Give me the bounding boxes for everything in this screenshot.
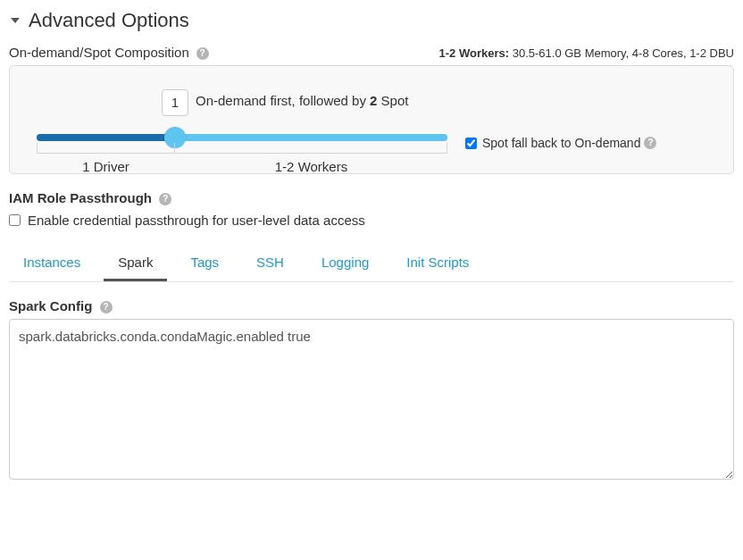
iam-passthrough-label[interactable]: Enable credential passthrough for user-l… xyxy=(28,213,365,228)
iam-section: IAM Role Passthrough ? xyxy=(9,190,734,205)
spot-fallback-label[interactable]: Spot fall back to On-demand xyxy=(482,136,640,150)
slider-row: 1 On-demand first, followed by 2 Spot 1 … xyxy=(37,89,706,161)
iam-title-row: IAM Role Passthrough ? xyxy=(9,190,734,205)
spot-fallback-checkbox[interactable] xyxy=(465,138,477,149)
tab-ssh[interactable]: SSH xyxy=(242,246,298,281)
caret-down-icon xyxy=(11,18,20,23)
advanced-options-header[interactable]: Advanced Options xyxy=(9,9,734,32)
spark-config-textarea[interactable] xyxy=(9,319,734,480)
spark-config-label: Spark Config xyxy=(9,298,92,313)
help-icon[interactable]: ? xyxy=(100,301,113,313)
tab-tags[interactable]: Tags xyxy=(176,246,233,281)
workers-summary-rest: 30.5-61.0 GB Memory, 4-8 Cores, 1-2 DBU xyxy=(509,46,734,60)
range-labels: 1 Driver 1-2 Workers xyxy=(37,159,447,174)
help-icon[interactable]: ? xyxy=(159,193,171,205)
spot-fallback-row: Spot fall back to On-demand ? xyxy=(465,136,656,150)
tab-instances[interactable]: Instances xyxy=(9,246,95,281)
workers-summary: 1-2 Workers: 30.5-61.0 GB Memory, 4-8 Co… xyxy=(439,46,734,60)
slider-fill-spot xyxy=(175,134,447,141)
range-marks xyxy=(37,143,447,154)
iam-checkbox-row: Enable credential passthrough for user-l… xyxy=(9,213,734,228)
iam-title: IAM Role Passthrough xyxy=(9,190,152,205)
driver-range-label: 1 Driver xyxy=(37,159,175,174)
tabs: InstancesSparkTagsSSHLoggingInit Scripts xyxy=(9,246,734,282)
composition-label-wrap: On-demand/Spot Composition ? xyxy=(9,45,209,60)
composition-label: On-demand/Spot Composition xyxy=(9,45,189,60)
tab-spark[interactable]: Spark xyxy=(104,246,167,281)
slider-fill-ondemand xyxy=(37,134,175,141)
composition-panel: 1 On-demand first, followed by 2 Spot 1 … xyxy=(9,65,734,174)
slider-caption: On-demand first, followed by 2 Spot xyxy=(196,93,408,108)
tab-logging[interactable]: Logging xyxy=(307,246,383,281)
workers-range-label: 1-2 Workers xyxy=(175,159,447,174)
help-icon[interactable]: ? xyxy=(196,47,209,60)
workers-summary-prefix: 1-2 Workers: xyxy=(439,46,510,60)
spark-config-label-row: Spark Config ? xyxy=(9,298,734,313)
section-title: Advanced Options xyxy=(29,9,189,32)
help-icon[interactable]: ? xyxy=(644,137,656,149)
composition-row: On-demand/Spot Composition ? 1-2 Workers… xyxy=(9,45,734,60)
tab-init-scripts[interactable]: Init Scripts xyxy=(392,246,483,281)
iam-passthrough-checkbox[interactable] xyxy=(9,214,21,226)
slider-value-box[interactable]: 1 xyxy=(162,89,188,116)
composition-slider[interactable]: 1 On-demand first, followed by 2 Spot 1 … xyxy=(37,89,447,161)
